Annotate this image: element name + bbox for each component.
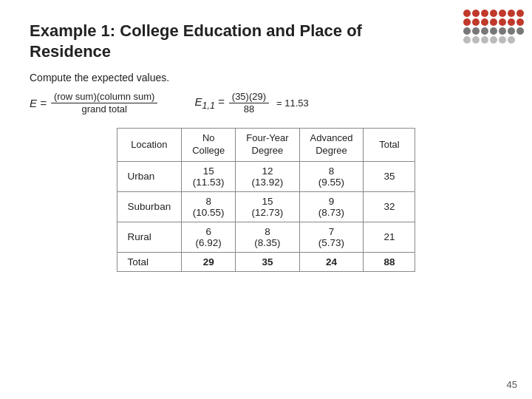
svg-point-3 — [490, 10, 497, 17]
col-header-total: Total — [364, 129, 415, 162]
formula-lhs-label: E = — [30, 97, 47, 109]
svg-point-21 — [463, 36, 471, 44]
svg-point-0 — [463, 10, 471, 17]
svg-point-25 — [499, 36, 506, 44]
svg-point-2 — [481, 10, 488, 17]
cell-rural-total: 21 — [364, 222, 415, 252]
cell-urban-total: 35 — [364, 161, 415, 191]
svg-point-16 — [481, 27, 488, 35]
svg-point-14 — [463, 27, 471, 35]
table-row: Suburban 8(10.55) 15(12.73) 9(8.73) 32 — [117, 191, 415, 222]
cell-rural-no-college: 6(6.92) — [182, 222, 236, 252]
cell-suburban-four-year: 15(12.73) — [236, 191, 299, 222]
svg-point-11 — [499, 18, 506, 26]
svg-point-20 — [516, 27, 524, 35]
formula-numerator: (row sum)(column sum) — [51, 91, 158, 103]
formula-rhs-result: = 11.53 — [276, 98, 309, 109]
cell-suburban-advanced: 9(8.73) — [299, 191, 364, 222]
svg-point-12 — [508, 18, 515, 26]
table-row: Urban 15(11.53) 12(13.92) 8(9.55) 35 — [117, 161, 415, 191]
svg-point-13 — [516, 18, 524, 26]
row-label-suburban: Suburban — [117, 191, 182, 222]
col-header-no-college: NoCollege — [182, 129, 236, 162]
svg-point-8 — [472, 18, 480, 26]
svg-point-1 — [472, 10, 480, 17]
row-label-rural: Rural — [117, 222, 182, 252]
formula-denominator: grand total — [78, 103, 129, 115]
svg-point-6 — [516, 10, 524, 17]
formula-rhs-denominator: 88 — [241, 103, 257, 115]
svg-point-4 — [499, 10, 506, 17]
table-total-row: Total 29 35 24 88 — [117, 252, 415, 271]
cell-urban-no-college: 15(11.53) — [182, 161, 236, 191]
cell-total-total: 88 — [364, 252, 415, 271]
svg-point-24 — [490, 36, 497, 44]
col-header-advanced: AdvancedDegree — [299, 129, 364, 162]
cell-total-four-year: 35 — [236, 252, 299, 271]
svg-point-7 — [463, 18, 471, 26]
svg-point-23 — [481, 36, 488, 44]
formula-rhs-fraction: (35)(29) 88 — [229, 91, 269, 115]
cell-rural-advanced: 7(5.73) — [299, 222, 364, 252]
cell-suburban-no-college: 8(10.55) — [182, 191, 236, 222]
cell-total-advanced: 24 — [299, 252, 364, 271]
formula-lhs: E = (row sum)(column sum) grand total — [30, 91, 157, 115]
formula-rhs-numerator: (35)(29) — [229, 91, 269, 103]
svg-point-18 — [499, 27, 506, 35]
formula-area: E = (row sum)(column sum) grand total E1… — [30, 91, 502, 115]
svg-point-9 — [481, 18, 488, 26]
table-wrapper: Location NoCollege Four-YearDegree Advan… — [30, 128, 502, 272]
svg-point-17 — [490, 27, 497, 35]
cell-suburban-total: 32 — [364, 191, 415, 222]
svg-point-10 — [490, 18, 497, 26]
cell-rural-four-year: 8(8.35) — [236, 222, 299, 252]
col-header-location: Location — [117, 129, 182, 162]
subtitle: Compute the expected values. — [30, 72, 502, 83]
data-table: Location NoCollege Four-YearDegree Advan… — [117, 128, 416, 272]
formula-rhs: E1,1 = (35)(29) 88 = 11.53 — [194, 91, 308, 115]
svg-point-15 — [472, 27, 480, 35]
table-header-row: Location NoCollege Four-YearDegree Advan… — [117, 129, 415, 162]
cell-total-no-college: 29 — [182, 252, 236, 271]
formula-rhs-subscript: E1,1 = — [194, 95, 224, 111]
svg-point-19 — [508, 27, 515, 35]
svg-point-26 — [508, 36, 515, 44]
slide-number: 45 — [507, 379, 517, 390]
formula-fraction: (row sum)(column sum) grand total — [51, 91, 158, 115]
cell-urban-advanced: 8(9.55) — [299, 161, 364, 191]
row-label-total: Total — [117, 252, 182, 271]
dots-decoration — [460, 6, 526, 65]
slide: Example 1: College Education and Place o… — [0, 0, 532, 399]
slide-title: Example 1: College Education and Place o… — [30, 21, 502, 61]
svg-point-5 — [508, 10, 515, 17]
table-row: Rural 6(6.92) 8(8.35) 7(5.73) 21 — [117, 222, 415, 252]
row-label-urban: Urban — [117, 161, 182, 191]
col-header-four-year: Four-YearDegree — [236, 129, 299, 162]
svg-point-22 — [472, 36, 480, 44]
cell-urban-four-year: 12(13.92) — [236, 161, 299, 191]
